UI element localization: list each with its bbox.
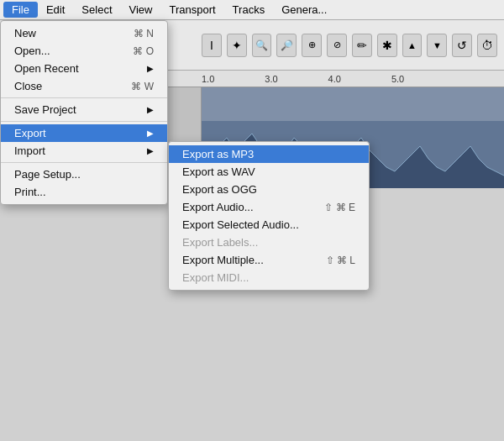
menubar-tracks[interactable]: Tracks [224, 2, 274, 18]
menu-print[interactable]: Print... [1, 183, 167, 201]
tool-smooth[interactable]: ✱ [377, 34, 397, 57]
menubar-edit[interactable]: Edit [38, 2, 73, 18]
menu-open-recent[interactable]: Open Recent [1, 60, 167, 77]
tool-amp-up[interactable]: ▲ [402, 34, 423, 57]
menu-export-labels: Export Labels... [169, 234, 369, 251]
tool-draw[interactable]: ✏ [352, 34, 372, 57]
menubar-file[interactable]: File [3, 2, 38, 18]
menu-export-mp3[interactable]: Export as MP3 [169, 145, 369, 163]
menubar-transport[interactable]: Transport [160, 2, 223, 18]
menubar-select[interactable]: Select [73, 2, 120, 18]
tool-redo[interactable]: ⏱ [477, 34, 497, 57]
menu-export-selected-audio[interactable]: Export Selected Audio... [169, 216, 369, 234]
menu-close[interactable]: Close ⌘ W [1, 77, 167, 95]
tool-amp-down[interactable]: ▼ [427, 34, 447, 57]
tool-zoom-fit[interactable]: ⊕ [302, 34, 322, 57]
menu-export-ogg[interactable]: Export as OGG [169, 181, 369, 198]
menu-page-setup[interactable]: Page Setup... [1, 165, 167, 183]
menu-export-audio[interactable]: Export Audio... ⇧ ⌘ E [169, 198, 369, 216]
menu-save-project[interactable]: Save Project [1, 101, 167, 118]
menu-import[interactable]: Import [1, 142, 167, 160]
tool-zoom-sel[interactable]: ⊘ [327, 34, 347, 57]
menubar-generate[interactable]: Genera... [273, 2, 335, 18]
separator-3 [1, 162, 167, 163]
separator-1 [1, 97, 167, 98]
menu-new[interactable]: New ⌘ N [1, 24, 167, 42]
tool-zoom-out[interactable]: 🔎 [276, 34, 297, 57]
tool-multi[interactable]: ✦ [227, 34, 247, 57]
tool-cursor[interactable]: I [202, 34, 222, 57]
menu-export-wav[interactable]: Export as WAV [169, 163, 369, 181]
menu-export-multiple[interactable]: Export Multiple... ⇧ ⌘ L [169, 251, 369, 269]
menu-open[interactable]: Open... ⌘ O [1, 42, 167, 60]
menubar-view[interactable]: View [121, 2, 161, 18]
file-menu: New ⌘ N Open... ⌘ O Open Recent Close ⌘ … [0, 20, 168, 205]
separator-2 [1, 121, 167, 122]
menu-export[interactable]: Export [1, 124, 167, 142]
export-submenu: Export as MP3 Export as WAV Export as OG… [168, 141, 370, 291]
tool-zoom-in[interactable]: 🔍 [252, 34, 272, 57]
menubar: File Edit Select View Transport Tracks G… [0, 0, 504, 20]
tool-undo[interactable]: ↺ [452, 34, 472, 57]
menu-export-midi: Export MIDI... [169, 269, 369, 286]
